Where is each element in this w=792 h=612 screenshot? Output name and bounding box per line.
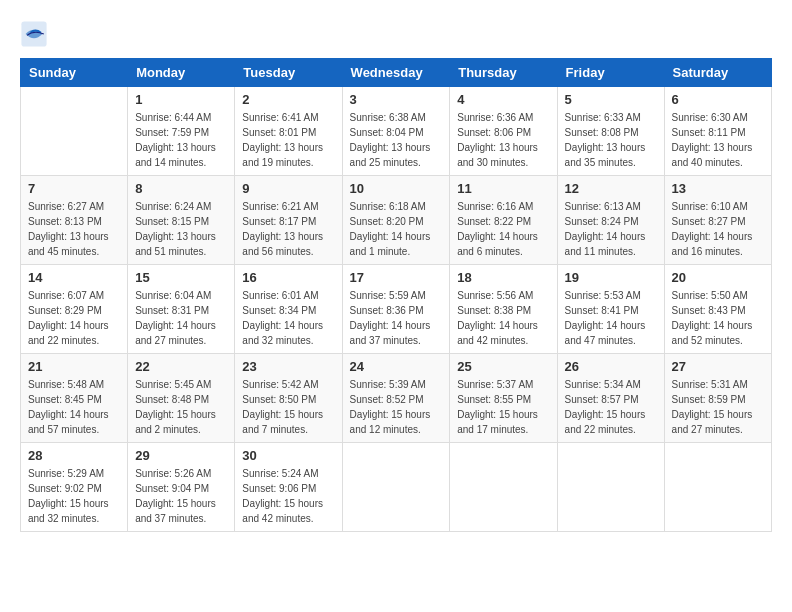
calendar-cell: 11Sunrise: 6:16 AMSunset: 8:22 PMDayligh…	[450, 176, 557, 265]
day-info: Sunrise: 6:24 AMSunset: 8:15 PMDaylight:…	[135, 199, 227, 259]
calendar-cell	[450, 443, 557, 532]
calendar-cell: 18Sunrise: 5:56 AMSunset: 8:38 PMDayligh…	[450, 265, 557, 354]
day-number: 29	[135, 448, 227, 463]
calendar-cell: 21Sunrise: 5:48 AMSunset: 8:45 PMDayligh…	[21, 354, 128, 443]
day-info: Sunrise: 6:38 AMSunset: 8:04 PMDaylight:…	[350, 110, 443, 170]
day-number: 24	[350, 359, 443, 374]
day-info: Sunrise: 5:26 AMSunset: 9:04 PMDaylight:…	[135, 466, 227, 526]
calendar-cell: 7Sunrise: 6:27 AMSunset: 8:13 PMDaylight…	[21, 176, 128, 265]
day-info: Sunrise: 6:21 AMSunset: 8:17 PMDaylight:…	[242, 199, 334, 259]
day-info: Sunrise: 6:30 AMSunset: 8:11 PMDaylight:…	[672, 110, 764, 170]
calendar-week-3: 14Sunrise: 6:07 AMSunset: 8:29 PMDayligh…	[21, 265, 772, 354]
day-number: 5	[565, 92, 657, 107]
day-info: Sunrise: 6:01 AMSunset: 8:34 PMDaylight:…	[242, 288, 334, 348]
calendar-cell: 29Sunrise: 5:26 AMSunset: 9:04 PMDayligh…	[128, 443, 235, 532]
day-info: Sunrise: 6:36 AMSunset: 8:06 PMDaylight:…	[457, 110, 549, 170]
day-number: 10	[350, 181, 443, 196]
calendar-cell: 15Sunrise: 6:04 AMSunset: 8:31 PMDayligh…	[128, 265, 235, 354]
calendar-cell: 1Sunrise: 6:44 AMSunset: 7:59 PMDaylight…	[128, 87, 235, 176]
calendar-cell: 16Sunrise: 6:01 AMSunset: 8:34 PMDayligh…	[235, 265, 342, 354]
calendar-cell: 2Sunrise: 6:41 AMSunset: 8:01 PMDaylight…	[235, 87, 342, 176]
day-number: 30	[242, 448, 334, 463]
day-info: Sunrise: 6:16 AMSunset: 8:22 PMDaylight:…	[457, 199, 549, 259]
day-number: 22	[135, 359, 227, 374]
calendar-header-saturday: Saturday	[664, 59, 771, 87]
calendar-cell: 13Sunrise: 6:10 AMSunset: 8:27 PMDayligh…	[664, 176, 771, 265]
calendar-header-friday: Friday	[557, 59, 664, 87]
day-number: 6	[672, 92, 764, 107]
day-number: 3	[350, 92, 443, 107]
day-info: Sunrise: 6:27 AMSunset: 8:13 PMDaylight:…	[28, 199, 120, 259]
day-info: Sunrise: 6:04 AMSunset: 8:31 PMDaylight:…	[135, 288, 227, 348]
day-number: 15	[135, 270, 227, 285]
day-number: 21	[28, 359, 120, 374]
calendar-cell: 4Sunrise: 6:36 AMSunset: 8:06 PMDaylight…	[450, 87, 557, 176]
day-number: 27	[672, 359, 764, 374]
calendar-header-sunday: Sunday	[21, 59, 128, 87]
day-info: Sunrise: 5:48 AMSunset: 8:45 PMDaylight:…	[28, 377, 120, 437]
calendar-cell	[342, 443, 450, 532]
calendar-cell	[557, 443, 664, 532]
day-info: Sunrise: 6:18 AMSunset: 8:20 PMDaylight:…	[350, 199, 443, 259]
day-number: 19	[565, 270, 657, 285]
day-number: 18	[457, 270, 549, 285]
calendar-header-monday: Monday	[128, 59, 235, 87]
calendar-cell: 28Sunrise: 5:29 AMSunset: 9:02 PMDayligh…	[21, 443, 128, 532]
calendar-week-5: 28Sunrise: 5:29 AMSunset: 9:02 PMDayligh…	[21, 443, 772, 532]
day-info: Sunrise: 5:50 AMSunset: 8:43 PMDaylight:…	[672, 288, 764, 348]
day-info: Sunrise: 5:31 AMSunset: 8:59 PMDaylight:…	[672, 377, 764, 437]
calendar-cell: 14Sunrise: 6:07 AMSunset: 8:29 PMDayligh…	[21, 265, 128, 354]
day-number: 20	[672, 270, 764, 285]
header	[20, 20, 772, 48]
calendar-header-tuesday: Tuesday	[235, 59, 342, 87]
day-number: 4	[457, 92, 549, 107]
calendar-cell: 23Sunrise: 5:42 AMSunset: 8:50 PMDayligh…	[235, 354, 342, 443]
calendar-cell	[664, 443, 771, 532]
calendar-cell: 12Sunrise: 6:13 AMSunset: 8:24 PMDayligh…	[557, 176, 664, 265]
day-info: Sunrise: 5:24 AMSunset: 9:06 PMDaylight:…	[242, 466, 334, 526]
calendar-week-2: 7Sunrise: 6:27 AMSunset: 8:13 PMDaylight…	[21, 176, 772, 265]
calendar-cell	[21, 87, 128, 176]
calendar-cell: 5Sunrise: 6:33 AMSunset: 8:08 PMDaylight…	[557, 87, 664, 176]
calendar-cell: 19Sunrise: 5:53 AMSunset: 8:41 PMDayligh…	[557, 265, 664, 354]
calendar-cell: 26Sunrise: 5:34 AMSunset: 8:57 PMDayligh…	[557, 354, 664, 443]
day-info: Sunrise: 5:37 AMSunset: 8:55 PMDaylight:…	[457, 377, 549, 437]
calendar-week-4: 21Sunrise: 5:48 AMSunset: 8:45 PMDayligh…	[21, 354, 772, 443]
logo-icon	[20, 20, 48, 48]
day-number: 9	[242, 181, 334, 196]
calendar-cell: 27Sunrise: 5:31 AMSunset: 8:59 PMDayligh…	[664, 354, 771, 443]
day-number: 14	[28, 270, 120, 285]
calendar-cell: 9Sunrise: 6:21 AMSunset: 8:17 PMDaylight…	[235, 176, 342, 265]
calendar-cell: 20Sunrise: 5:50 AMSunset: 8:43 PMDayligh…	[664, 265, 771, 354]
calendar-header-wednesday: Wednesday	[342, 59, 450, 87]
calendar-header-thursday: Thursday	[450, 59, 557, 87]
day-info: Sunrise: 5:42 AMSunset: 8:50 PMDaylight:…	[242, 377, 334, 437]
day-info: Sunrise: 5:56 AMSunset: 8:38 PMDaylight:…	[457, 288, 549, 348]
day-info: Sunrise: 5:45 AMSunset: 8:48 PMDaylight:…	[135, 377, 227, 437]
day-info: Sunrise: 6:13 AMSunset: 8:24 PMDaylight:…	[565, 199, 657, 259]
calendar: SundayMondayTuesdayWednesdayThursdayFrid…	[20, 58, 772, 532]
day-info: Sunrise: 6:07 AMSunset: 8:29 PMDaylight:…	[28, 288, 120, 348]
calendar-cell: 24Sunrise: 5:39 AMSunset: 8:52 PMDayligh…	[342, 354, 450, 443]
logo	[20, 20, 52, 48]
day-info: Sunrise: 5:29 AMSunset: 9:02 PMDaylight:…	[28, 466, 120, 526]
calendar-cell: 25Sunrise: 5:37 AMSunset: 8:55 PMDayligh…	[450, 354, 557, 443]
day-number: 12	[565, 181, 657, 196]
day-info: Sunrise: 5:39 AMSunset: 8:52 PMDaylight:…	[350, 377, 443, 437]
calendar-cell: 30Sunrise: 5:24 AMSunset: 9:06 PMDayligh…	[235, 443, 342, 532]
calendar-cell: 22Sunrise: 5:45 AMSunset: 8:48 PMDayligh…	[128, 354, 235, 443]
calendar-cell: 6Sunrise: 6:30 AMSunset: 8:11 PMDaylight…	[664, 87, 771, 176]
day-number: 13	[672, 181, 764, 196]
day-number: 8	[135, 181, 227, 196]
day-number: 11	[457, 181, 549, 196]
day-info: Sunrise: 6:33 AMSunset: 8:08 PMDaylight:…	[565, 110, 657, 170]
calendar-cell: 3Sunrise: 6:38 AMSunset: 8:04 PMDaylight…	[342, 87, 450, 176]
calendar-cell: 10Sunrise: 6:18 AMSunset: 8:20 PMDayligh…	[342, 176, 450, 265]
day-number: 23	[242, 359, 334, 374]
calendar-cell: 8Sunrise: 6:24 AMSunset: 8:15 PMDaylight…	[128, 176, 235, 265]
day-number: 25	[457, 359, 549, 374]
day-info: Sunrise: 5:53 AMSunset: 8:41 PMDaylight:…	[565, 288, 657, 348]
day-number: 1	[135, 92, 227, 107]
calendar-header-row: SundayMondayTuesdayWednesdayThursdayFrid…	[21, 59, 772, 87]
day-number: 26	[565, 359, 657, 374]
